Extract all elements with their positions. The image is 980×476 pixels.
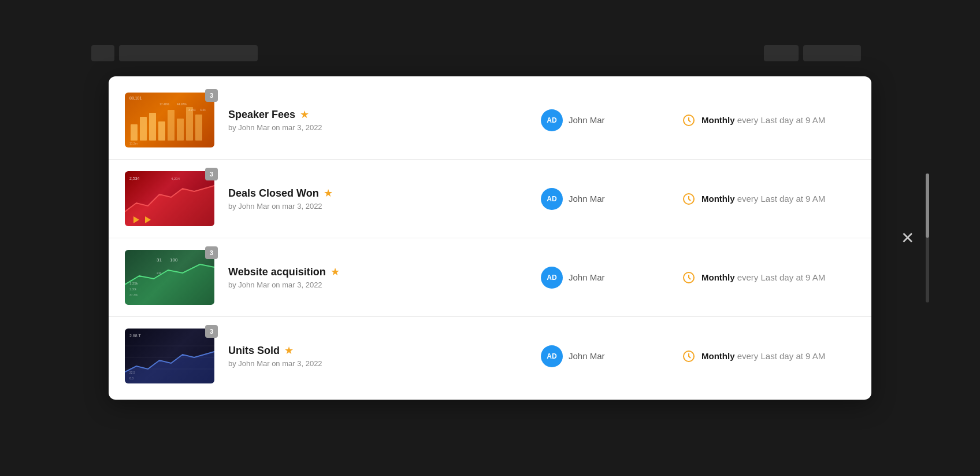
thumbnail-website: 31 100 1.25k 1.00k 210 37.3%: [125, 250, 214, 305]
avatar-2: AD: [541, 188, 563, 210]
schedule-detail-3: every Last day at 9 AM: [737, 272, 826, 282]
schedule-text-1: Monthly every Last day at 9 AM: [701, 115, 825, 125]
clock-icon-3: [682, 271, 696, 285]
mini-chart-3: 31 100 1.25k 1.00k 210 37.3%: [125, 250, 214, 305]
thumbnail-deals: 2,534 4,234: [125, 171, 214, 226]
item-subtitle-2: by John Mar on mar 3, 2022: [228, 202, 527, 211]
thumbnail-units: 2.88 T 22.5 0.0: [125, 329, 214, 383]
schedule-detail-2: every Last day at 9 AM: [737, 194, 826, 204]
item-info-4: Units Sold ★ by John Mar on mar 3, 2022: [228, 344, 527, 368]
item-title-2: Deals Closed Won: [228, 187, 319, 200]
item-info-3: Website acquisition ★ by John Mar on mar…: [228, 265, 527, 289]
scrollbar-thumb[interactable]: [926, 174, 929, 238]
item-title-1: Speaker Fees: [228, 109, 295, 121]
avatar-4: AD: [541, 345, 563, 367]
svg-text:22.5: 22.5: [129, 371, 135, 374]
list-item-2[interactable]: 2,534 4,234 3 Deals Closed Won ★ by Joh: [109, 160, 871, 238]
svg-text:1.00k: 1.00k: [129, 287, 137, 291]
schedule-section-4: Monthly every Last day at 9 AM: [682, 349, 855, 363]
clock-icon-1: [682, 113, 696, 127]
mini-chart-1: 88,101 17.40% 44.97% 3.743 3.44 11.2m: [125, 93, 214, 147]
list-item-4[interactable]: 2.88 T 22.5 0.0 3 Units Sold: [109, 317, 871, 395]
svg-text:100: 100: [170, 257, 178, 263]
list-item[interactable]: 88,101 17.40% 44.97% 3.743 3.44 11.2m 3: [109, 81, 871, 160]
svg-text:0.0: 0.0: [129, 377, 133, 380]
schedule-text-4: Monthly every Last day at 9 AM: [701, 351, 825, 361]
star-icon-3[interactable]: ★: [331, 265, 340, 278]
list-item-3[interactable]: 31 100 1.25k 1.00k 210 37.3% 3 Website a…: [109, 238, 871, 317]
svg-rect-0: [131, 124, 138, 141]
item-subtitle-4: by John Mar on mar 3, 2022: [228, 359, 527, 368]
modal: 88,101 17.40% 44.97% 3.743 3.44 11.2m 3: [109, 76, 871, 400]
star-icon-4[interactable]: ★: [284, 344, 294, 357]
mini-chart-4: 2.88 T 22.5 0.0: [125, 329, 214, 383]
top-segment-1: [91, 45, 114, 61]
svg-rect-1: [140, 117, 147, 141]
clock-icon-4: [682, 349, 696, 363]
schedule-text-3: Monthly every Last day at 9 AM: [701, 272, 825, 282]
svg-rect-2: [149, 113, 156, 141]
badge-1: 3: [205, 89, 218, 102]
svg-rect-6: [186, 107, 193, 141]
svg-text:31: 31: [157, 257, 162, 263]
schedule-detail-1: every Last day at 9 AM: [737, 115, 826, 125]
schedule-section-2: Monthly every Last day at 9 AM: [682, 192, 855, 206]
thumbnail-wrapper-4: 2.88 T 22.5 0.0 3: [125, 329, 214, 383]
svg-text:44.97%: 44.97%: [177, 102, 187, 106]
item-info-1: Speaker Fees ★ by John Mar on mar 3, 202…: [228, 108, 527, 132]
svg-text:2.88 T: 2.88 T: [129, 334, 141, 338]
svg-rect-7: [195, 115, 202, 141]
item-subtitle-1: by John Mar on mar 3, 2022: [228, 123, 527, 132]
user-name-1: John Mar: [569, 115, 605, 125]
star-icon-2[interactable]: ★: [324, 187, 333, 200]
item-info-2: Deals Closed Won ★ by John Mar on mar 3,…: [228, 187, 527, 211]
schedule-section-1: Monthly every Last day at 9 AM: [682, 113, 855, 127]
scrollbar-track[interactable]: [926, 174, 929, 303]
star-icon-1[interactable]: ★: [300, 108, 309, 121]
user-name-4: John Mar: [569, 351, 605, 361]
outer-container: 88,101 17.40% 44.97% 3.743 3.44 11.2m 3: [91, 76, 889, 400]
title-row-1: Speaker Fees ★: [228, 108, 527, 121]
badge-2: 3: [205, 168, 218, 180]
title-row-4: Units Sold ★: [228, 344, 527, 357]
user-name-2: John Mar: [569, 194, 605, 204]
close-button[interactable]: ✕: [899, 228, 916, 249]
avatar-1: AD: [541, 109, 563, 131]
item-title-3: Website acquisition: [228, 266, 326, 278]
svg-text:37.3%: 37.3%: [129, 293, 138, 297]
mini-chart-2: 2,534 4,234: [125, 171, 214, 226]
svg-text:4,234: 4,234: [171, 177, 180, 180]
svg-text:210: 210: [157, 271, 162, 275]
svg-text:11.2m: 11.2m: [129, 142, 138, 145]
title-row-3: Website acquisition ★: [228, 265, 527, 278]
thumbnail-wrapper-3: 31 100 1.25k 1.00k 210 37.3% 3: [125, 250, 214, 305]
schedule-text-2: Monthly every Last day at 9 AM: [701, 194, 825, 204]
badge-4: 3: [205, 325, 218, 338]
user-name-3: John Mar: [569, 272, 605, 282]
top-segment-3: [764, 45, 799, 61]
svg-text:1.25k: 1.25k: [129, 282, 139, 285]
schedule-section-3: Monthly every Last day at 9 AM: [682, 271, 855, 285]
svg-marker-29: [125, 352, 214, 383]
thumbnail-wrapper: 88,101 17.40% 44.97% 3.743 3.44 11.2m 3: [125, 93, 214, 147]
thumbnail-speaker-fees: 88,101 17.40% 44.97% 3.743 3.44 11.2m: [125, 93, 214, 147]
svg-text:3.743: 3.743: [188, 108, 196, 112]
top-bar-hint: [91, 42, 889, 65]
svg-text:2,534: 2,534: [129, 176, 140, 180]
svg-rect-5: [177, 119, 184, 141]
top-segment-2: [119, 45, 258, 61]
svg-rect-4: [168, 110, 175, 141]
user-section-3: AD John Mar: [541, 267, 668, 289]
svg-text:88,101: 88,101: [129, 96, 142, 100]
thumbnail-wrapper-2: 2,534 4,234 3: [125, 171, 214, 226]
top-segment-4: [803, 45, 861, 61]
user-section-2: AD John Mar: [541, 188, 668, 210]
user-section-1: AD John Mar: [541, 109, 668, 131]
svg-text:17.40%: 17.40%: [159, 102, 170, 106]
clock-icon-2: [682, 192, 696, 206]
svg-marker-21: [125, 264, 214, 305]
item-subtitle-3: by John Mar on mar 3, 2022: [228, 281, 527, 289]
user-section-4: AD John Mar: [541, 345, 668, 367]
badge-3: 3: [205, 246, 218, 259]
svg-text:3.44: 3.44: [200, 108, 206, 112]
